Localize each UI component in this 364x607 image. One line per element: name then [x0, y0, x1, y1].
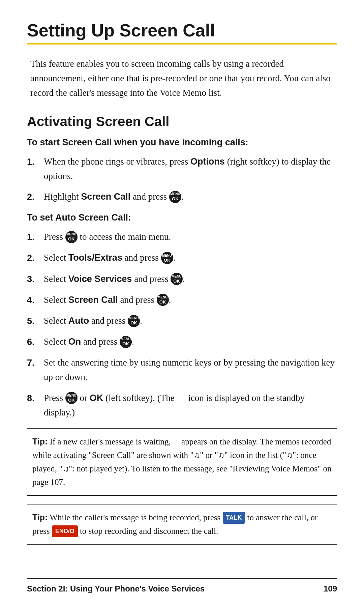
step-item: 3. Select Voice Services and press MENUO… [27, 272, 337, 287]
step-number: 5. [27, 314, 44, 328]
step-item: 5. Select Auto and press MENUOK. [27, 314, 337, 328]
menu-ok-icon: MENUOK [65, 392, 78, 404]
step-item: 2. Select Tools/Extras and press MENUOK. [27, 251, 337, 265]
menu-ok-icon: MENUOK [161, 252, 173, 264]
step-number: 1. [27, 230, 44, 244]
menu-ok-icon: MENUOK [171, 273, 183, 285]
subsection1-label: To start Screen Call when you have incom… [27, 137, 337, 148]
footer-page-number: 109 [324, 584, 337, 594]
step-number: 1. [27, 154, 44, 169]
tip-box-1: Tip: If a new caller's message is waitin… [27, 428, 337, 496]
section-title: Activating Screen Call [27, 114, 337, 129]
step-content: Select Auto and press MENUOK. [44, 314, 337, 328]
step-item: 7. Set the answering time by using numer… [27, 355, 337, 384]
page-container: Setting Up Screen Call This feature enab… [0, 0, 364, 586]
step-content: Press MENUOK or OK (left softkey). (The … [44, 391, 337, 420]
talk-badge: TALK [223, 512, 245, 524]
menu-ok-icon: MENUOK [169, 191, 181, 203]
step-item: 1. Press MENUOK to access the main menu. [27, 230, 337, 244]
step-content: Select Tools/Extras and press MENUOK. [44, 251, 337, 265]
step-content: Set the answering time by using numeric … [44, 355, 337, 384]
step-list-1: 1. When the phone rings or vibrates, pre… [27, 154, 337, 205]
step-content: Highlight Screen Call and press MENUOK. [44, 190, 337, 204]
step-item: 8. Press MENUOK or OK (left softkey). (T… [27, 391, 337, 420]
step-item: 4. Select Screen Call and press MENUOK. [27, 293, 337, 308]
title-underline [27, 43, 337, 45]
menu-ok-icon: MENUOK [157, 294, 169, 306]
step-number: 2. [27, 190, 44, 204]
step-item: 2. Highlight Screen Call and press MENUO… [27, 190, 337, 204]
intro-text: This feature enables you to screen incom… [27, 57, 337, 100]
step-item: 6. Select On and press MENUOK. [27, 335, 337, 349]
step-number: 3. [27, 272, 44, 287]
step-content: Press MENUOK to access the main menu. [44, 230, 337, 244]
page-footer: Section 2I: Using Your Phone's Voice Ser… [27, 578, 337, 594]
step-item: 1. When the phone rings or vibrates, pre… [27, 154, 337, 183]
end-badge: END/O [52, 525, 78, 537]
tip2-text1: While the caller's message is being reco… [50, 513, 222, 522]
tip2-text3: to stop recording and disconnect the cal… [80, 526, 218, 536]
step-number: 4. [27, 293, 44, 308]
step-list-2: 1. Press MENUOK to access the main menu.… [27, 230, 337, 420]
step-number: 2. [27, 251, 44, 265]
footer-section-label: Section 2I: Using Your Phone's Voice Ser… [27, 584, 205, 594]
step-number: 7. [27, 355, 44, 370]
step-content: Select Screen Call and press MENUOK. [44, 293, 337, 307]
step-number: 6. [27, 335, 44, 349]
subsection2-label: To set Auto Screen Call: [27, 212, 337, 223]
menu-ok-icon: MENUOK [128, 315, 140, 327]
tip1-text: If a new caller's message is waiting, ap… [32, 437, 332, 487]
menu-ok-icon: MENUOK [120, 336, 132, 348]
menu-ok-icon: MENUOK [65, 231, 78, 243]
tip-box-2: Tip: While the caller's message is being… [27, 504, 337, 545]
step-content: Select Voice Services and press MENUOK. [44, 272, 337, 286]
page-title: Setting Up Screen Call [27, 20, 337, 40]
tip2-label: Tip: [32, 513, 48, 522]
step-content: Select On and press MENUOK. [44, 335, 337, 349]
step-content: When the phone rings or vibrates, press … [44, 154, 337, 183]
step-number: 8. [27, 391, 44, 406]
tip1-label: Tip: [32, 437, 48, 446]
